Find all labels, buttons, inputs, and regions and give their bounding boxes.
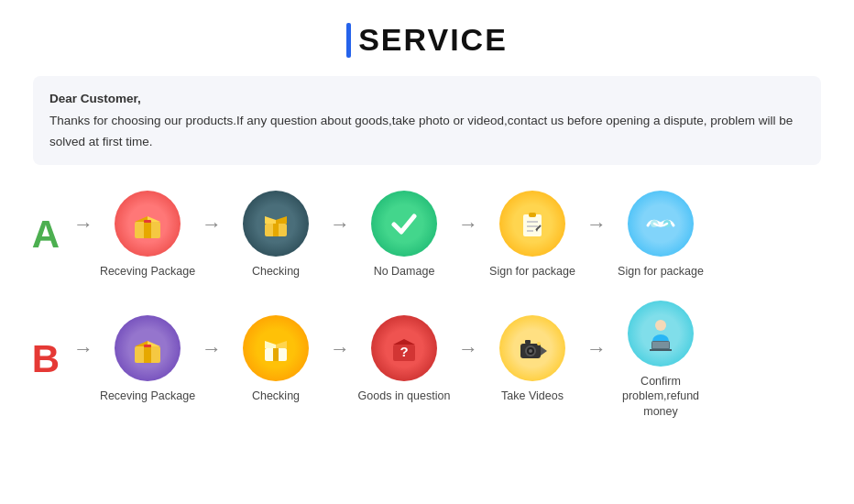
label-b2: Checking bbox=[252, 389, 300, 403]
svg-rect-21 bbox=[144, 346, 151, 363]
svg-marker-26 bbox=[276, 341, 287, 348]
flow-step-a2: Checking bbox=[225, 191, 326, 279]
svg-text:?: ? bbox=[400, 344, 408, 359]
svg-rect-3 bbox=[144, 222, 151, 238]
svg-point-37 bbox=[655, 320, 666, 331]
svg-point-36 bbox=[537, 342, 541, 345]
icon-circle-b4 bbox=[499, 315, 565, 381]
page-title-row: SERVICE bbox=[346, 22, 508, 58]
arrow-a1: → bbox=[202, 213, 222, 236]
icon-circle-b2 bbox=[243, 315, 309, 381]
label-b5: Confirm problem,refund money bbox=[610, 374, 711, 419]
notice-body: Thanks for choosing our products.If any … bbox=[49, 111, 805, 152]
flow-step-a3: No Damage bbox=[354, 191, 454, 279]
label-a2: Checking bbox=[252, 264, 300, 279]
icon-circle-a3 bbox=[371, 191, 437, 257]
icon-circle-b1 bbox=[115, 315, 181, 381]
label-a4: Sign for package bbox=[489, 264, 575, 279]
svg-rect-34 bbox=[525, 340, 531, 344]
arrow-a2: → bbox=[330, 213, 350, 236]
flow-row-b: B → Receving Package → Checking → bbox=[29, 301, 825, 419]
icon-circle-b3: ? bbox=[371, 315, 437, 381]
icon-circle-b5 bbox=[628, 301, 694, 367]
arrow-b2: → bbox=[330, 337, 350, 361]
icon-circle-a5 bbox=[628, 191, 694, 257]
arrow-b3: → bbox=[458, 337, 478, 361]
title-accent-bar bbox=[346, 23, 351, 58]
svg-marker-25 bbox=[265, 341, 276, 348]
svg-rect-4 bbox=[144, 220, 151, 223]
flow-step-a5: Sign for package bbox=[610, 191, 711, 279]
label-a5: Sign for package bbox=[618, 264, 704, 279]
flow-letter-b: B bbox=[29, 337, 62, 381]
arrow-a0: → bbox=[73, 213, 93, 236]
arrow-b4: → bbox=[586, 337, 607, 361]
svg-rect-22 bbox=[144, 345, 151, 347]
arrow-b0: → bbox=[73, 337, 93, 361]
flow-step-a1: Receving Package bbox=[97, 191, 198, 279]
flow-step-b4: Take Videos bbox=[482, 315, 583, 403]
page-title: SERVICE bbox=[358, 22, 508, 58]
svg-marker-35 bbox=[541, 346, 547, 356]
icon-circle-a2 bbox=[243, 191, 309, 257]
flow-step-a4: Sign for package bbox=[482, 191, 583, 279]
notice-box: Dear Customer, Thanks for choosing our p… bbox=[33, 76, 821, 165]
notice-greeting: Dear Customer, bbox=[49, 89, 805, 109]
svg-rect-24 bbox=[273, 348, 279, 361]
label-b3: Goods in question bbox=[358, 389, 451, 403]
flow-step-b2: Checking bbox=[225, 315, 326, 403]
flow-step-b5: Confirm problem,refund money bbox=[610, 301, 711, 419]
label-a3: No Damage bbox=[374, 264, 435, 279]
flow-letter-a: A bbox=[29, 213, 62, 257]
svg-rect-10 bbox=[529, 213, 536, 217]
flow-step-b1: Receving Package bbox=[97, 315, 198, 403]
svg-marker-7 bbox=[265, 216, 276, 224]
flow-row-a: A → Receving Package → bbox=[29, 191, 825, 279]
label-b4: Take Videos bbox=[501, 389, 564, 403]
label-b1: Receving Package bbox=[100, 389, 195, 403]
svg-point-33 bbox=[529, 349, 532, 353]
svg-rect-40 bbox=[652, 342, 669, 348]
label-a1: Receving Package bbox=[100, 264, 195, 279]
arrow-a3: → bbox=[458, 213, 478, 236]
arrow-b1: → bbox=[202, 337, 222, 361]
icon-circle-a1 bbox=[115, 191, 181, 257]
flow-step-b3: ? Goods in question bbox=[354, 315, 454, 403]
arrow-a4: → bbox=[586, 213, 607, 236]
svg-rect-6 bbox=[273, 224, 279, 236]
svg-marker-8 bbox=[276, 216, 287, 224]
icon-circle-a4 bbox=[499, 191, 565, 257]
